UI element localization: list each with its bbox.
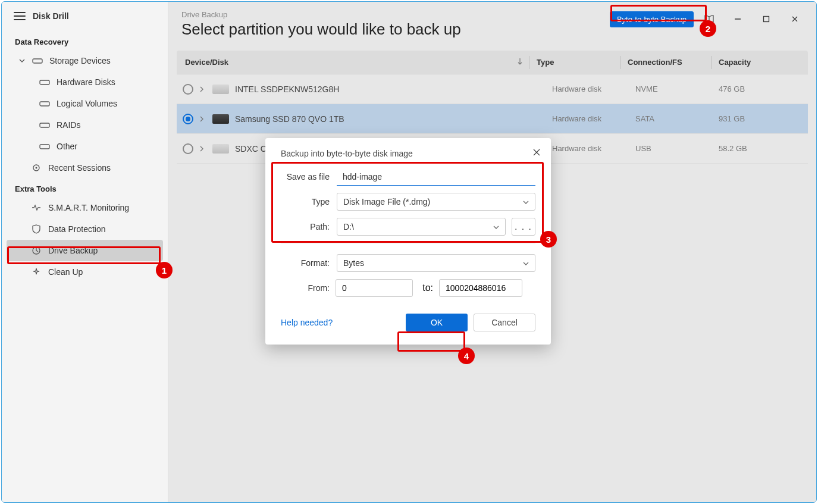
col-device-header[interactable]: Device/Disk bbox=[185, 58, 228, 67]
from-label: From: bbox=[281, 283, 330, 293]
help-link[interactable]: Help needed? bbox=[281, 318, 333, 327]
page-title: Select partition you would like to back … bbox=[181, 20, 461, 39]
sidebar-item-storage-devices[interactable]: Storage Devices bbox=[7, 50, 163, 71]
volume-icon bbox=[39, 98, 51, 109]
sidebar-item-label: Other bbox=[57, 142, 77, 151]
format-value: Bytes bbox=[343, 258, 364, 268]
sidebar-item-raids[interactable]: RAIDs bbox=[7, 114, 163, 136]
path-select[interactable]: D:\ bbox=[337, 218, 506, 236]
svg-rect-9 bbox=[764, 17, 769, 22]
type-value: Disk Image File (*.dmg) bbox=[343, 197, 430, 206]
path-label: Path: bbox=[281, 222, 330, 231]
from-input[interactable] bbox=[336, 279, 413, 297]
modal-title: Backup into byte-to-byte disk image bbox=[281, 149, 535, 158]
gear-icon bbox=[30, 162, 42, 174]
sidebar-item-other[interactable]: Other bbox=[7, 136, 163, 157]
cancel-button[interactable]: Cancel bbox=[474, 314, 535, 331]
backup-icon bbox=[30, 245, 42, 256]
device-type: Hardware disk bbox=[552, 144, 635, 153]
sidebar-item-drive-backup[interactable]: Drive Backup bbox=[7, 240, 163, 261]
device-type: Hardware disk bbox=[552, 114, 635, 123]
device-name: Samsung SSD 870 QVO 1TB bbox=[235, 114, 344, 124]
sidebar-item-label: Hardware Disks bbox=[57, 77, 115, 87]
byte-to-byte-backup-button[interactable]: Byte-to-byte Backup bbox=[610, 11, 694, 27]
table-row[interactable]: INTEL SSDPEKNW512G8H Hardware disk NVME … bbox=[177, 74, 808, 104]
hamburger-icon[interactable] bbox=[14, 12, 26, 20]
sidebar-item-label: Clean Up bbox=[48, 267, 83, 277]
device-conn: SATA bbox=[635, 114, 719, 123]
format-label: Format: bbox=[281, 258, 330, 268]
svg-point-6 bbox=[36, 167, 37, 169]
backup-modal: Backup into byte-to-byte disk image Save… bbox=[265, 138, 551, 345]
other-icon bbox=[39, 140, 51, 152]
breadcrumb: Drive Backup bbox=[181, 10, 461, 19]
close-button[interactable] bbox=[782, 10, 808, 28]
to-label: to: bbox=[419, 283, 433, 293]
chevron-right-icon[interactable] bbox=[199, 84, 206, 94]
device-conn: NVME bbox=[635, 84, 719, 93]
format-select[interactable]: Bytes bbox=[337, 254, 535, 272]
svg-rect-0 bbox=[33, 59, 42, 63]
sparkle-icon bbox=[30, 266, 42, 278]
raid-icon bbox=[39, 119, 51, 131]
sidebar-item-clean-up[interactable]: Clean Up bbox=[7, 261, 163, 283]
sidebar-item-smart[interactable]: S.M.A.R.T. Monitoring bbox=[7, 197, 163, 218]
sort-arrow-icon[interactable] bbox=[517, 58, 523, 67]
chevron-down-icon bbox=[18, 57, 26, 64]
section-data-recovery: Data Recovery bbox=[2, 32, 168, 50]
sidebar-item-label: Data Protection bbox=[48, 224, 106, 234]
svg-rect-1 bbox=[40, 80, 49, 84]
sidebar-item-recent-sessions[interactable]: Recent Sessions bbox=[7, 157, 163, 179]
device-cap: 931 GB bbox=[719, 114, 808, 123]
col-conn-header[interactable]: Connection/FS bbox=[628, 58, 711, 67]
disk-icon bbox=[212, 144, 229, 154]
save-as-label: Save as file bbox=[281, 172, 330, 181]
sidebar-item-label: Drive Backup bbox=[48, 246, 98, 255]
save-as-input[interactable] bbox=[337, 168, 535, 186]
sidebar-item-logical-volumes[interactable]: Logical Volumes bbox=[7, 93, 163, 114]
path-value: D:\ bbox=[343, 222, 354, 231]
chevron-down-icon bbox=[523, 258, 529, 268]
book-icon[interactable] bbox=[696, 10, 722, 28]
radio-button[interactable] bbox=[183, 84, 193, 95]
browse-button[interactable]: . . . bbox=[512, 218, 535, 236]
device-cap: 476 GB bbox=[719, 84, 808, 93]
shield-icon bbox=[30, 223, 42, 235]
chevron-right-icon[interactable] bbox=[199, 114, 206, 124]
type-label: Type bbox=[281, 197, 330, 206]
device-name: INTEL SSDPEKNW512G8H bbox=[235, 84, 339, 94]
disk-icon bbox=[39, 76, 51, 88]
sidebar-item-data-protection[interactable]: Data Protection bbox=[7, 218, 163, 240]
maximize-button[interactable] bbox=[753, 10, 779, 28]
close-icon[interactable] bbox=[531, 146, 543, 158]
app-title: Disk Drill bbox=[33, 11, 69, 21]
device-type: Hardware disk bbox=[552, 84, 635, 93]
sidebar-item-label: Recent Sessions bbox=[48, 163, 111, 173]
section-extra-tools: Extra Tools bbox=[2, 179, 168, 197]
chevron-right-icon[interactable] bbox=[199, 144, 206, 154]
svg-rect-2 bbox=[40, 102, 49, 106]
to-input[interactable] bbox=[439, 279, 522, 297]
sidebar-item-hardware-disks[interactable]: Hardware Disks bbox=[7, 71, 163, 93]
col-cap-header[interactable]: Capacity bbox=[719, 58, 808, 67]
col-type-header[interactable]: Type bbox=[537, 58, 620, 67]
sidebar-item-label: RAIDs bbox=[57, 120, 80, 130]
radio-button[interactable] bbox=[183, 143, 193, 154]
minimize-button[interactable] bbox=[725, 10, 751, 28]
drive-icon bbox=[32, 55, 43, 67]
device-cap: 58.2 GB bbox=[719, 144, 808, 153]
sidebar-item-label: S.M.A.R.T. Monitoring bbox=[48, 203, 129, 212]
chevron-down-icon bbox=[523, 197, 529, 206]
device-conn: USB bbox=[635, 144, 719, 153]
chevron-down-icon bbox=[493, 222, 499, 231]
sidebar-item-label: Logical Volumes bbox=[57, 99, 117, 108]
ok-button[interactable]: OK bbox=[406, 314, 468, 331]
disk-icon bbox=[212, 114, 229, 124]
table-row[interactable]: Samsung SSD 870 QVO 1TB Hardware disk SA… bbox=[177, 104, 808, 134]
svg-rect-3 bbox=[40, 123, 49, 127]
radio-button[interactable] bbox=[183, 114, 193, 124]
sidebar: Disk Drill Data Recovery Storage Devices… bbox=[2, 2, 168, 502]
heartbeat-icon bbox=[30, 202, 42, 214]
type-select[interactable]: Disk Image File (*.dmg) bbox=[337, 193, 535, 211]
sidebar-item-label: Storage Devices bbox=[49, 56, 111, 65]
